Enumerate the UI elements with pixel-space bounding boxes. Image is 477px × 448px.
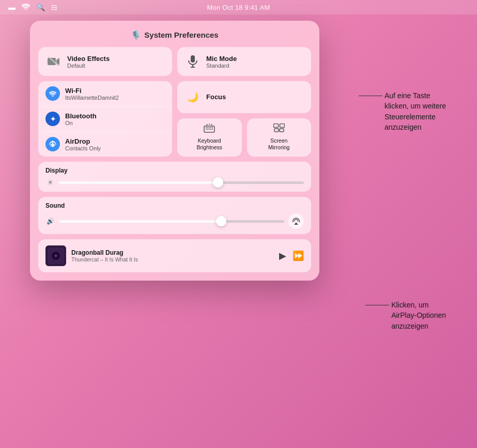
callout-1: Auf eine Tasteklicken, um weitereSteuere… (384, 90, 446, 132)
battery-icon: ▬ (8, 3, 16, 11)
menubar-time: Mon Oct 18 9:41 AM (207, 4, 270, 11)
panel-title-text: System Preferences (144, 30, 218, 39)
focus-tile[interactable]: 🌙 Focus (177, 81, 311, 113)
panel-title: 🎙️ System Preferences (38, 30, 311, 40)
airdrop-item-text: AirDrop Contacts Only (65, 137, 101, 151)
keyboard-brightness-icon (204, 123, 215, 135)
display-slider-track[interactable] (59, 181, 304, 184)
wifi-item[interactable]: Wi-Fi ItsWillametteDamnit2 (38, 81, 172, 106)
svg-rect-22 (273, 123, 278, 127)
focus-icon: 🌙 (184, 89, 201, 105)
display-slider-fill (59, 181, 218, 184)
control-icon[interactable]: ⊟ (51, 3, 57, 11)
bluetooth-title: Bluetooth (65, 112, 97, 120)
mic-mode-title: Mic Mode (206, 55, 237, 63)
svg-line-18 (207, 124, 208, 125)
wifi-icon (22, 3, 30, 11)
focus-text: Focus (206, 93, 226, 101)
wifi-item-text: Wi-Fi ItsWillametteDamnit2 (65, 87, 119, 101)
bluetooth-subtitle: On (65, 120, 97, 126)
sound-slider-fill (59, 220, 221, 223)
display-sun-icon: ☀ (45, 178, 55, 187)
small-tiles-row: KeyboardBrightness ScreenMirroring (177, 118, 311, 157)
sound-slider-row: 🔊 (45, 213, 304, 229)
now-playing-title: Dragonball Durag (71, 249, 274, 256)
video-effects-text: Video Effects Default (67, 55, 110, 69)
mic-mode-text: Mic Mode Standard (206, 55, 237, 69)
svg-rect-2 (191, 55, 195, 63)
airplay-button[interactable] (288, 213, 304, 229)
wifi-subtitle: ItsWillametteDamnit2 (65, 95, 119, 101)
sound-icon: 🔊 (45, 218, 55, 225)
bluetooth-item[interactable]: ✦ Bluetooth On (38, 106, 172, 132)
wifi-title: Wi-Fi (65, 87, 119, 95)
bluetooth-item-text: Bluetooth On (65, 112, 97, 126)
menubar: ▬ 🔍 ⊟ Mon Oct 18 9:41 AM (0, 0, 477, 14)
svg-point-5 (52, 145, 54, 147)
svg-point-30 (55, 255, 56, 256)
panel-title-icon: 🎙️ (131, 30, 141, 40)
sound-slider-thumb[interactable] (216, 216, 226, 226)
airdrop-icon (45, 137, 60, 151)
now-playing-artist: Thundercat – It Is What It Is (71, 256, 274, 262)
screen-mirroring-icon (273, 123, 285, 135)
top-row: Video Effects Default Mic Mode Standard (38, 47, 311, 76)
mic-mode-tile[interactable]: Mic Mode Standard (177, 47, 311, 76)
display-label: Display (45, 167, 304, 174)
album-art (45, 245, 66, 266)
keyboard-brightness-label: KeyboardBrightness (196, 137, 222, 151)
screen-mirroring-label: ScreenMirroring (268, 137, 289, 151)
svg-line-19 (211, 124, 212, 125)
display-slider-thumb[interactable] (213, 177, 223, 188)
bluetooth-icon: ✦ (45, 112, 60, 126)
middle-row: Wi-Fi ItsWillametteDamnit2 ✦ Bluetooth O… (38, 81, 311, 157)
focus-title: Focus (206, 93, 226, 101)
play-button[interactable]: ▶ (279, 250, 286, 261)
sound-slider-track[interactable] (59, 220, 284, 223)
skip-button[interactable]: ⏩ (293, 250, 304, 261)
svg-rect-23 (280, 123, 284, 127)
now-playing-section: Dragonball Durag Thundercat – It Is What… (38, 239, 311, 272)
control-center-panel: 🎙️ System Preferences Video Effects Defa… (30, 21, 319, 281)
svg-rect-25 (280, 129, 284, 132)
keyboard-brightness-tile[interactable]: KeyboardBrightness (177, 118, 242, 157)
now-playing-info: Dragonball Durag Thundercat – It Is What… (71, 249, 274, 262)
display-slider-row: ☀ (45, 178, 304, 187)
screen-mirroring-tile[interactable]: ScreenMirroring (247, 118, 312, 157)
airdrop-item[interactable]: AirDrop Contacts Only (38, 132, 172, 157)
search-icon[interactable]: 🔍 (36, 3, 45, 11)
sound-label: Sound (45, 202, 304, 209)
video-effects-tile[interactable]: Video Effects Default (38, 47, 172, 76)
callout-2: Klicken, umAirPlay-Optionenanzuzeigen (391, 300, 446, 331)
video-effects-title: Video Effects (67, 55, 110, 63)
video-effects-icon (45, 53, 62, 70)
mic-mode-icon (184, 53, 201, 70)
menubar-left-icons: ▬ 🔍 ⊟ (8, 3, 57, 11)
network-cluster: Wi-Fi ItsWillametteDamnit2 ✦ Bluetooth O… (38, 81, 172, 157)
display-section: Display ☀ (38, 162, 311, 192)
right-cluster: 🌙 Focus (177, 81, 311, 157)
airdrop-title: AirDrop (65, 137, 101, 145)
now-playing-controls: ▶ ⏩ (279, 250, 304, 261)
video-effects-subtitle: Default (67, 63, 110, 69)
svg-rect-24 (274, 129, 279, 132)
airdrop-subtitle: Contacts Only (65, 145, 101, 151)
mic-mode-subtitle: Standard (206, 63, 237, 69)
wifi-cluster-icon (45, 86, 60, 101)
sound-section: Sound 🔊 (38, 197, 311, 234)
